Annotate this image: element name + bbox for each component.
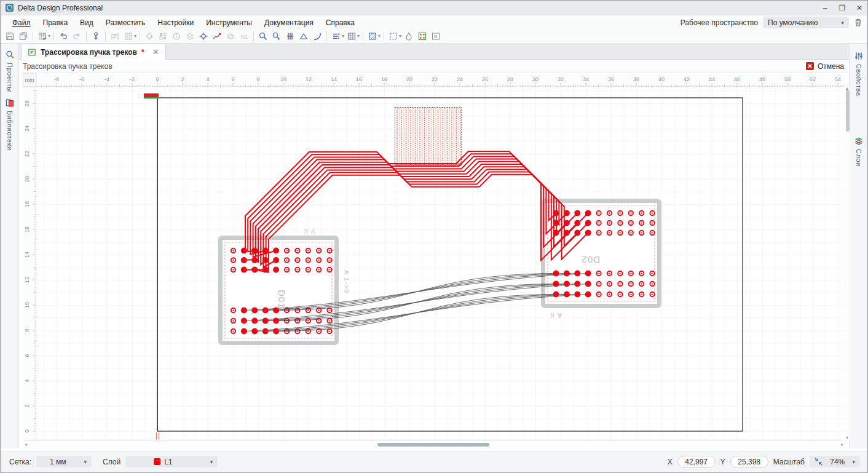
route-options-icon[interactable] xyxy=(329,30,343,42)
grid-style-icon[interactable] xyxy=(122,30,135,42)
vscroll-thumb[interactable] xyxy=(846,90,850,132)
svg-text:50: 50 xyxy=(784,76,791,82)
keepout-icon[interactable] xyxy=(224,30,237,42)
zoom-icon[interactable] xyxy=(256,30,270,42)
menu-item-5[interactable]: Инструменты xyxy=(200,17,258,28)
chevron-down-icon[interactable]: ▾ xyxy=(357,33,360,39)
x-coordinate-input[interactable] xyxy=(677,456,716,468)
trash-icon[interactable] xyxy=(854,18,862,27)
svg-text:20: 20 xyxy=(24,176,30,182)
svg-text:N1: N1 xyxy=(240,33,248,39)
pcb-editor-canvas[interactable]: -8-6-4-202468101214161820222426283032343… xyxy=(23,73,845,448)
align-icon[interactable] xyxy=(108,30,122,42)
menu-item-3[interactable]: Разместить xyxy=(100,17,151,28)
place-pad-icon[interactable] xyxy=(143,30,156,42)
text-frame-icon[interactable]: a xyxy=(429,30,443,42)
menu-item-7[interactable]: Справка xyxy=(320,17,360,28)
net-table-icon[interactable] xyxy=(36,30,49,42)
tab-close-icon[interactable]: ✕ xyxy=(152,47,159,57)
net-label-icon[interactable]: N1 xyxy=(237,30,251,42)
projects-icon xyxy=(5,50,15,60)
ruler-unit: mm xyxy=(25,77,34,83)
component-D02[interactable]: D02 xyxy=(543,201,660,306)
place-via-icon[interactable] xyxy=(197,30,210,42)
layer-label: Слой xyxy=(103,458,120,466)
menu-item-4[interactable]: Настройки xyxy=(152,17,199,28)
scale-value: 74% xyxy=(830,458,845,466)
sidebar-tab-layers[interactable]: Слои xyxy=(850,136,867,167)
cancel-button[interactable]: ✕ Отмена xyxy=(806,62,844,71)
place-polygon-icon[interactable] xyxy=(170,30,183,42)
diff-pair-icon[interactable] xyxy=(210,30,224,42)
toolbar-separator xyxy=(33,31,33,41)
hatch-region-icon[interactable] xyxy=(366,30,379,42)
svg-text:-4: -4 xyxy=(105,76,109,82)
menu-item-6[interactable]: Документация xyxy=(259,17,319,28)
grid-step-dropdown[interactable]: 1 мм ▾ xyxy=(36,456,92,467)
scroll-right-icon[interactable]: ▸ xyxy=(841,441,843,448)
chevron-down-icon[interactable]: ▾ xyxy=(342,33,344,39)
tab-modified-marker: * xyxy=(141,48,144,57)
pattern-editor-icon[interactable] xyxy=(416,30,429,42)
workspace-dropdown[interactable]: По умолчанию ▾ xyxy=(763,17,849,28)
svg-text:36: 36 xyxy=(608,76,614,82)
zoom-selection-icon[interactable] xyxy=(270,30,283,42)
layer-dropdown[interactable]: L1 ▾ xyxy=(125,456,218,467)
copper-pour-icon[interactable] xyxy=(183,30,197,42)
menu-item-2[interactable]: Вид xyxy=(74,17,99,28)
layer-value: L1 xyxy=(164,458,172,466)
fit-zoom-icon xyxy=(815,458,823,466)
vertical-scrollbar[interactable]: ▴ ▾ xyxy=(845,87,850,440)
redo-icon[interactable] xyxy=(70,30,84,42)
toolbar-separator xyxy=(384,31,384,41)
footprint-ghost[interactable] xyxy=(395,108,462,166)
table-view-icon[interactable] xyxy=(345,30,358,42)
scale-dropdown[interactable]: 74% ▾ xyxy=(810,456,860,467)
undo-icon[interactable] xyxy=(57,30,70,42)
chevron-down-icon[interactable]: ▾ xyxy=(48,33,50,39)
svg-text:40: 40 xyxy=(658,76,665,82)
teardrop-icon[interactable] xyxy=(402,30,416,42)
maximize-button[interactable]: ❐ xyxy=(838,4,846,12)
sidebar-tab-projects[interactable]: Проекты xyxy=(1,50,18,92)
svg-text:D01: D01 xyxy=(277,290,287,309)
sidebar-tab-label: Проекты xyxy=(6,63,14,92)
silk-label: A 1->9 xyxy=(343,270,350,293)
scroll-down-icon[interactable]: ▾ xyxy=(846,434,848,442)
svg-text:6: 6 xyxy=(24,354,30,357)
selection-frame-icon[interactable] xyxy=(387,30,400,42)
chevron-down-icon[interactable]: ▾ xyxy=(378,33,381,39)
place-triangle-icon[interactable] xyxy=(297,30,310,42)
svg-text:30: 30 xyxy=(532,76,539,82)
minimize-button[interactable]: – xyxy=(821,4,829,12)
sidebar-tab-label: Слои xyxy=(855,149,862,167)
chevron-down-icon[interactable]: ▾ xyxy=(134,33,136,39)
place-component-icon[interactable] xyxy=(89,30,103,42)
save-all-icon[interactable] xyxy=(17,30,30,42)
chevron-down-icon: ▾ xyxy=(84,459,87,465)
svg-text:22: 22 xyxy=(432,76,438,82)
tab-route-bundle[interactable]: Трассировка пучка треков * ✕ xyxy=(21,44,166,60)
save-icon[interactable] xyxy=(3,30,17,42)
chevron-down-icon[interactable]: ▾ xyxy=(399,33,401,39)
svg-text:12: 12 xyxy=(24,277,30,283)
close-button[interactable]: ✕ xyxy=(855,4,864,12)
menu-item-1[interactable]: Правка xyxy=(37,17,74,28)
workspace-value: По умолчанию xyxy=(768,18,818,27)
chevron-down-icon: ▾ xyxy=(841,20,844,26)
svg-text:20: 20 xyxy=(406,76,412,82)
horizontal-scrollbar[interactable]: ◂ ▸ xyxy=(23,440,845,448)
sidebar-tab-libraries[interactable]: Библиотеки xyxy=(1,98,18,151)
place-arc-icon[interactable] xyxy=(310,30,324,42)
hscroll-thumb[interactable] xyxy=(377,443,489,447)
toolbar-separator xyxy=(363,31,363,41)
pad-array-icon[interactable] xyxy=(156,30,170,42)
svg-text:18: 18 xyxy=(24,201,30,207)
scroll-left-icon[interactable]: ◂ xyxy=(25,441,27,448)
svg-text:4: 4 xyxy=(206,76,209,82)
menu-item-0[interactable]: Файл xyxy=(7,17,36,28)
y-coordinate-input[interactable] xyxy=(730,456,768,468)
route-bundle-icon[interactable] xyxy=(283,30,297,42)
svg-text:52: 52 xyxy=(810,76,816,82)
sidebar-tab-properties[interactable]: Свойства xyxy=(850,51,867,96)
